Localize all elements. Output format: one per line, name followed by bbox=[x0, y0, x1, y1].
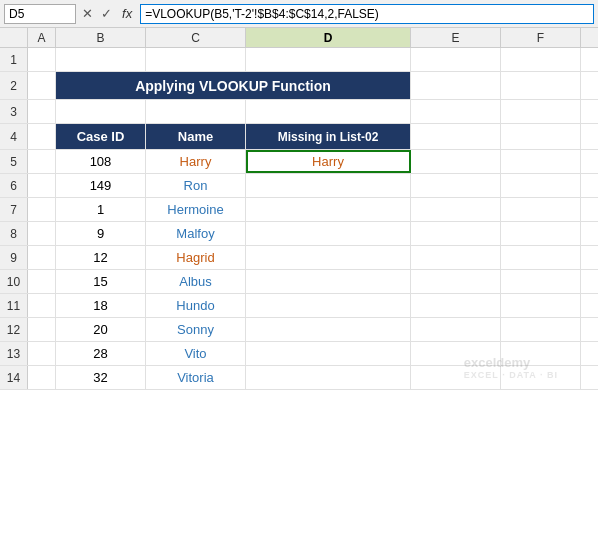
cell-f11[interactable] bbox=[501, 294, 581, 317]
cell-d6[interactable] bbox=[246, 174, 411, 197]
cell-e3[interactable] bbox=[411, 100, 501, 123]
cell-e12[interactable] bbox=[411, 318, 501, 341]
header-case-id[interactable]: Case ID bbox=[56, 124, 146, 149]
cell-c9[interactable]: Hagrid bbox=[146, 246, 246, 269]
cell-e4[interactable] bbox=[411, 124, 501, 149]
cell-c3[interactable] bbox=[146, 100, 246, 123]
cell-d8[interactable] bbox=[246, 222, 411, 245]
cell-a2[interactable] bbox=[28, 72, 56, 99]
cell-d1[interactable] bbox=[246, 48, 411, 71]
cell-a5[interactable] bbox=[28, 150, 56, 173]
cell-d13[interactable] bbox=[246, 342, 411, 365]
cell-b10[interactable]: 15 bbox=[56, 270, 146, 293]
cell-f3[interactable] bbox=[501, 100, 581, 123]
cell-f4[interactable] bbox=[501, 124, 581, 149]
cell-f1[interactable] bbox=[501, 48, 581, 71]
cell-c1[interactable] bbox=[146, 48, 246, 71]
row-num-11: 11 bbox=[0, 294, 28, 317]
cell-b3[interactable] bbox=[56, 100, 146, 123]
fx-button[interactable]: fx bbox=[118, 6, 136, 21]
cell-d5[interactable]: Harry bbox=[246, 150, 411, 173]
cell-b11[interactable]: 18 bbox=[56, 294, 146, 317]
cell-c8[interactable]: Malfoy bbox=[146, 222, 246, 245]
row-7: 7 1 Hermoine bbox=[0, 198, 598, 222]
cell-e6[interactable] bbox=[411, 174, 501, 197]
row-2: 2 Applying VLOOKUP Function bbox=[0, 72, 598, 100]
cell-a3[interactable] bbox=[28, 100, 56, 123]
cell-c6[interactable]: Ron bbox=[146, 174, 246, 197]
cell-c7[interactable]: Hermoine bbox=[146, 198, 246, 221]
col-header-f[interactable]: F bbox=[501, 28, 581, 47]
cell-f9[interactable] bbox=[501, 246, 581, 269]
cell-c13[interactable]: Vito bbox=[146, 342, 246, 365]
cell-d12[interactable] bbox=[246, 318, 411, 341]
col-header-c[interactable]: C bbox=[146, 28, 246, 47]
cell-f6[interactable] bbox=[501, 174, 581, 197]
cell-e10[interactable] bbox=[411, 270, 501, 293]
col-header-e[interactable]: E bbox=[411, 28, 501, 47]
cell-d9[interactable] bbox=[246, 246, 411, 269]
cell-c5[interactable]: Harry bbox=[146, 150, 246, 173]
header-name-label: Name bbox=[178, 129, 213, 144]
cell-b14[interactable]: 32 bbox=[56, 366, 146, 389]
cell-e5[interactable] bbox=[411, 150, 501, 173]
cell-a4[interactable] bbox=[28, 124, 56, 149]
cell-d7[interactable] bbox=[246, 198, 411, 221]
cell-a11[interactable] bbox=[28, 294, 56, 317]
cell-e11[interactable] bbox=[411, 294, 501, 317]
id-14: 32 bbox=[93, 370, 107, 385]
cell-b8[interactable]: 9 bbox=[56, 222, 146, 245]
cell-f12[interactable] bbox=[501, 318, 581, 341]
cell-f2[interactable] bbox=[501, 72, 581, 99]
column-headers: A B C D E F bbox=[0, 28, 598, 48]
name-8: Malfoy bbox=[176, 226, 214, 241]
cell-e2[interactable] bbox=[411, 72, 501, 99]
col-header-d[interactable]: D bbox=[246, 28, 411, 47]
cell-e7[interactable] bbox=[411, 198, 501, 221]
cell-a14[interactable] bbox=[28, 366, 56, 389]
title-cell[interactable]: Applying VLOOKUP Function bbox=[56, 72, 411, 99]
cell-d10[interactable] bbox=[246, 270, 411, 293]
header-name[interactable]: Name bbox=[146, 124, 246, 149]
col-header-a[interactable]: A bbox=[28, 28, 56, 47]
cell-f10[interactable] bbox=[501, 270, 581, 293]
cell-a9[interactable] bbox=[28, 246, 56, 269]
cell-b7[interactable]: 1 bbox=[56, 198, 146, 221]
cell-e8[interactable] bbox=[411, 222, 501, 245]
cell-c11[interactable]: Hundo bbox=[146, 294, 246, 317]
cell-a7[interactable] bbox=[28, 198, 56, 221]
cell-d3[interactable] bbox=[246, 100, 411, 123]
cell-b12[interactable]: 20 bbox=[56, 318, 146, 341]
col-header-b[interactable]: B bbox=[56, 28, 146, 47]
cell-d11[interactable] bbox=[246, 294, 411, 317]
cell-c14[interactable]: Vitoria bbox=[146, 366, 246, 389]
cell-d14[interactable] bbox=[246, 366, 411, 389]
formula-bar-area: D5 ✕ ✓ fx =VLOOKUP(B5,'T-2'!$B$4:$C$14,2… bbox=[0, 0, 598, 28]
confirm-icon[interactable]: ✓ bbox=[99, 6, 114, 21]
cell-e9[interactable] bbox=[411, 246, 501, 269]
header-missing[interactable]: Missing in List-02 bbox=[246, 124, 411, 149]
cell-a6[interactable] bbox=[28, 174, 56, 197]
cell-b6[interactable]: 149 bbox=[56, 174, 146, 197]
cell-b5[interactable]: 108 bbox=[56, 150, 146, 173]
cell-e1[interactable] bbox=[411, 48, 501, 71]
cell-b13[interactable]: 28 bbox=[56, 342, 146, 365]
cell-a13[interactable] bbox=[28, 342, 56, 365]
cell-a1[interactable] bbox=[28, 48, 56, 71]
formula-input[interactable]: =VLOOKUP(B5,'T-2'!$B$4:$C$14,2,FALSE) bbox=[140, 4, 594, 24]
row-12: 12 20 Sonny bbox=[0, 318, 598, 342]
cell-reference: D5 bbox=[9, 7, 24, 21]
cell-b9[interactable]: 12 bbox=[56, 246, 146, 269]
watermark: exceldemy EXCEL · DATA · BI bbox=[464, 355, 558, 380]
cell-a10[interactable] bbox=[28, 270, 56, 293]
cell-f7[interactable] bbox=[501, 198, 581, 221]
cell-a12[interactable] bbox=[28, 318, 56, 341]
name-box[interactable]: D5 bbox=[4, 4, 76, 24]
cell-c12[interactable]: Sonny bbox=[146, 318, 246, 341]
cell-c10[interactable]: Albus bbox=[146, 270, 246, 293]
cell-f5[interactable] bbox=[501, 150, 581, 173]
cancel-icon[interactable]: ✕ bbox=[80, 6, 95, 21]
cell-b1[interactable] bbox=[56, 48, 146, 71]
cell-f8[interactable] bbox=[501, 222, 581, 245]
cell-a8[interactable] bbox=[28, 222, 56, 245]
